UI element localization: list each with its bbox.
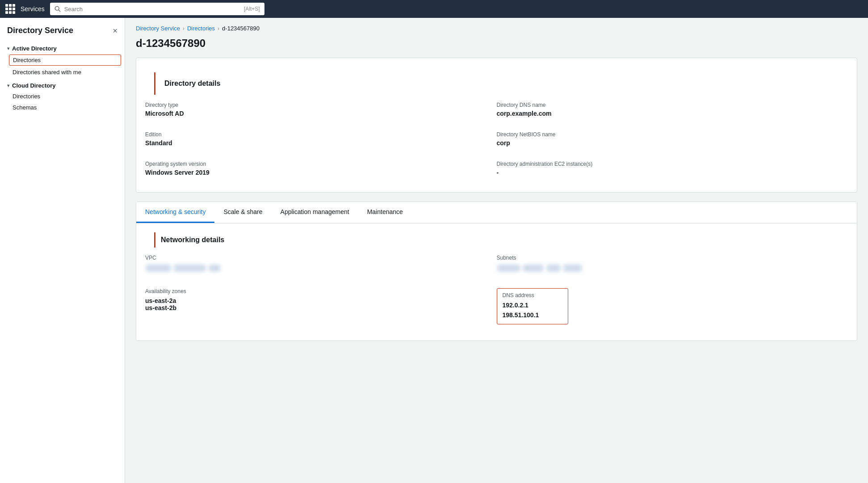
chevron-down-icon: ▾ [7,46,9,51]
networking-dns-address: DNS address 192.0.2.1 198.51.100.1 [497,281,848,332]
sidebar: Directory Service × ▾ Active Directory D… [0,18,125,483]
breadcrumb-directory-service[interactable]: Directory Service [136,25,180,32]
subnet-blur-4 [564,265,582,272]
svg-point-0 [55,6,59,10]
sidebar-section-label: Cloud Directory [12,82,56,89]
sidebar-header: Directory Service × [0,18,125,41]
sidebar-item-directories-shared[interactable]: Directories shared with me [0,67,125,78]
tab-maintenance[interactable]: Maintenance [358,202,412,223]
tab-networking[interactable]: Networking & security [136,202,214,223]
vpc-blur-2 [174,265,205,272]
subnet-blur-3 [547,265,560,272]
grid-menu-icon[interactable] [5,4,15,14]
search-shortcut: [Alt+S] [244,6,260,12]
services-label[interactable]: Services [21,5,45,13]
tabs-bar: Networking & security Scale & share Appl… [136,202,857,223]
tab-app-management[interactable]: Application management [272,202,358,223]
sidebar-section-active-directory[interactable]: ▾ Active Directory [0,41,125,54]
networking-details-grid: VPC Availability zones us-east-2a [136,248,857,340]
sidebar-item-directories[interactable]: Directories [9,55,121,66]
networking-left-column: VPC Availability zones us-east-2a [145,248,497,332]
search-icon [55,6,61,12]
subnet-blur-1 [498,265,520,272]
chevron-down-icon: ▾ [7,83,9,88]
sidebar-close-button[interactable]: × [113,27,117,35]
networking-availability-zones: Availability zones us-east-2a us-east-2b [145,281,497,319]
breadcrumb-directories[interactable]: Directories [187,25,215,32]
dns-address-box: DNS address 192.0.2.1 198.51.100.1 [497,288,568,324]
detail-dns-name: Directory DNS name corp.example.com [497,95,848,124]
tabs-container: Networking & security Scale & share Appl… [136,202,857,341]
search-bar[interactable]: [Alt+S] [50,3,264,15]
networking-vpc: VPC [145,248,497,281]
directory-details-header: Directory details [154,72,229,95]
sidebar-title: Directory Service [7,26,73,35]
breadcrumb-sep-1: › [183,25,185,32]
sidebar-section-cloud-directory[interactable]: ▾ Cloud Directory [0,78,125,91]
tab-scale[interactable]: Scale & share [214,202,271,223]
app-layout: Directory Service × ▾ Active Directory D… [0,18,868,483]
networking-subnets: Subnets [497,248,848,281]
search-input[interactable] [64,6,240,13]
networking-right-column: Subnets DNS address [497,248,848,332]
detail-os-version: Operating system version Windows Server … [145,154,497,183]
detail-left-column: Directory type Microsoft AD Edition Stan… [145,95,497,183]
detail-edition: Edition Standard [145,124,497,154]
directory-details-panel: Directory details Directory type Microso… [136,58,857,193]
breadcrumb-sep-2: › [218,25,219,32]
tab-content-networking: Networking details VPC [136,223,857,340]
breadcrumb-current: d-1234567890 [222,25,260,32]
vpc-blur-3 [209,265,220,272]
detail-ec2-instances: Directory administration EC2 instance(s)… [497,154,848,183]
breadcrumb: Directory Service › Directories › d-1234… [125,18,868,34]
detail-directory-type: Directory type Microsoft AD [145,95,497,124]
vpc-blur-1 [146,265,171,272]
directory-details-grid: Directory type Microsoft AD Edition Stan… [136,95,857,192]
detail-netbios-name: Directory NetBIOS name corp [497,124,848,154]
top-navigation: Services [Alt+S] [0,0,868,18]
sidebar-section-label: Active Directory [12,45,57,52]
svg-line-1 [59,10,60,12]
sidebar-item-schemas[interactable]: Schemas [0,102,125,113]
page-title: d-1234567890 [125,34,868,58]
sidebar-item-cloud-directories[interactable]: Directories [0,91,125,102]
networking-details-header: Networking details [154,232,230,248]
detail-right-column: Directory DNS name corp.example.com Dire… [497,95,848,183]
subnet-blur-2 [523,265,543,272]
main-content: Directory Service › Directories › d-1234… [125,18,868,483]
